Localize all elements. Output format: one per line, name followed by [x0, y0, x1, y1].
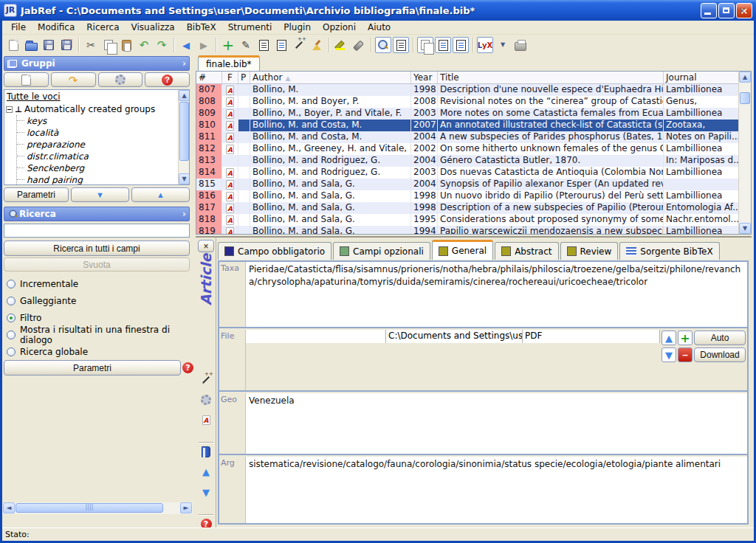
cleanup-icon[interactable]	[309, 37, 325, 53]
minimize-button[interactable]	[701, 3, 717, 18]
copy-icon[interactable]	[100, 37, 117, 53]
group-root[interactable]: ⊥ Automatically created groups	[6, 103, 177, 115]
wand-icon[interactable]	[291, 37, 307, 53]
collapse-icon[interactable]	[6, 106, 13, 113]
move-down-button[interactable]: ▼	[71, 187, 129, 202]
search-settings-button[interactable]: Parametri	[4, 360, 181, 376]
scroll-thumb[interactable]	[740, 92, 750, 104]
open-icon[interactable]	[23, 37, 39, 53]
table-row-811[interactable]: 811ABollino, M. and Costa, M.2004A new s…	[196, 131, 738, 143]
edit-strings-icon[interactable]	[273, 37, 289, 53]
paste-icon[interactable]	[118, 37, 134, 53]
file-type-cell[interactable]: PDF	[523, 330, 660, 343]
table-scrollbar[interactable]: ▲ ▼	[738, 72, 751, 234]
dropdown-icon[interactable]: ▼	[495, 37, 511, 53]
forward-icon[interactable]: ▶	[196, 37, 212, 53]
save-as-icon[interactable]	[58, 37, 75, 53]
radio-incrementale[interactable]: Incrementale	[7, 275, 193, 292]
scroll-down-icon[interactable]: ▼	[179, 173, 190, 184]
column-header-f[interactable]: F	[222, 72, 238, 83]
file-add-button[interactable]: +	[678, 331, 693, 345]
groups-settings-button[interactable]	[98, 72, 143, 87]
taxa-field-value[interactable]: Pieridae/Catasticta/flisa/sisamnus/prion…	[246, 262, 747, 327]
menu-plugin[interactable]: Plugin	[278, 21, 317, 34]
table-row-815[interactable]: 815ABollino, M. and Sala, G.2004Synopsis…	[196, 179, 738, 190]
save-icon[interactable]	[41, 37, 57, 53]
menu-visualizza[interactable]: Visualizza	[126, 21, 181, 34]
file-remove-button[interactable]: −	[678, 347, 693, 362]
column-header-p[interactable]: P	[238, 72, 250, 83]
table-row-812[interactable]: 812ABollino, M., Greeney, H. and Vitale,…	[196, 143, 738, 155]
import-icon[interactable]	[453, 37, 469, 53]
search-help-icon[interactable]: ?	[182, 362, 193, 373]
eraser-icon[interactable]	[351, 37, 367, 53]
tab-campo-obbligatorio[interactable]: Campo obbligatorio	[218, 242, 331, 260]
column-header-title[interactable]: Title	[438, 72, 664, 83]
pdf-icon[interactable]: A	[196, 415, 216, 425]
groups-help-button[interactable]: ?	[145, 72, 190, 87]
search-all-fields-button[interactable]: Ricerca in tutti i campi	[4, 241, 190, 256]
file-auto-button[interactable]: Auto	[694, 331, 746, 345]
copy-cite-icon[interactable]	[417, 37, 433, 53]
search-icon[interactable]	[375, 37, 391, 53]
table-row-810[interactable]: 810ABollino, M. and Costa, M.2007An anno…	[196, 120, 738, 131]
clear-search-button[interactable]: Svuota	[4, 257, 190, 272]
scroll-down-icon[interactable]: ▼	[739, 223, 751, 234]
group-item-localit-[interactable]: località	[17, 127, 177, 139]
column-header-author[interactable]: Author▲	[250, 72, 411, 83]
print-icon[interactable]	[512, 37, 529, 53]
chevron-right-icon[interactable]: ›	[182, 58, 186, 69]
move-up-button[interactable]: ▲	[131, 187, 190, 202]
tab-general[interactable]: General	[432, 240, 493, 260]
menu-modifica[interactable]: Modifica	[32, 21, 80, 34]
menu-opzioni[interactable]: Opzioni	[317, 21, 362, 34]
highlighter-icon[interactable]	[333, 37, 349, 53]
group-all-entries[interactable]: Tutte le voci	[6, 91, 177, 103]
new-icon[interactable]	[5, 37, 21, 53]
file-move-down-button[interactable]: ▼	[662, 347, 676, 362]
column-header-journal[interactable]: Journal	[664, 72, 742, 83]
scroll-thumb[interactable]	[16, 503, 163, 513]
scroll-left-icon[interactable]: ◄	[3, 502, 15, 513]
groups-scrollbar[interactable]: ▲ ▼	[178, 90, 189, 184]
group-item-senckenberg[interactable]: Senckenberg	[17, 162, 177, 174]
file-path-cell[interactable]: C:\Documents and Settings\user\Do...	[386, 330, 523, 343]
scroll-right-icon[interactable]: ►	[180, 502, 192, 513]
sidebar-horizontal-scrollbar[interactable]: ◄ ►	[2, 502, 193, 514]
group-item-distr-climatica[interactable]: distr.climatica	[17, 151, 177, 162]
table-row-816[interactable]: 816ABollino, M. and Sala, G.1998Un nuovo…	[196, 190, 738, 202]
preview-icon[interactable]	[393, 37, 409, 53]
database-tab[interactable]: finale.bib*	[198, 55, 260, 71]
menu-file[interactable]: File	[5, 21, 32, 34]
file-download-button[interactable]: Download	[694, 347, 746, 362]
group-item-keys[interactable]: keys	[17, 115, 177, 127]
close-entry-editor-button[interactable]: ×	[198, 240, 214, 252]
tab-abstract[interactable]: Abstract	[495, 242, 558, 260]
file-move-up-button[interactable]: ▲	[662, 331, 676, 345]
file-description-cell[interactable]	[246, 330, 386, 343]
menu-bibtex[interactable]: BibTeX	[181, 21, 222, 34]
book-icon[interactable]	[196, 446, 216, 457]
table-row-813[interactable]: 813Bollino, M. and Rodriguez, G.2004Géne…	[196, 155, 738, 167]
search-input[interactable]	[4, 224, 190, 238]
radio-mostra[interactable]: Mostra i risultati in una finestra di di…	[7, 326, 193, 343]
cut-icon[interactable]: ✂	[83, 37, 99, 53]
table-row-808[interactable]: 808ABollino, M. and Boyer, P.2008Revisio…	[196, 96, 738, 108]
menu-ricerca[interactable]: Ricerca	[80, 21, 125, 34]
table-row-817[interactable]: 817ABollino, M. and Sala, G.1998Descript…	[196, 202, 738, 214]
menu-aiuto[interactable]: Aiuto	[362, 21, 396, 34]
edit-preamble-icon[interactable]	[255, 37, 272, 53]
redo-icon[interactable]: ↷	[154, 37, 170, 53]
undo-icon[interactable]: ↶	[136, 37, 152, 53]
groups-undo-group-button[interactable]: ↷	[51, 72, 96, 87]
arg-field-value[interactable]: sistematica/revisione/catalogo/fauna/cor…	[246, 457, 747, 523]
restore-button[interactable]	[718, 3, 735, 18]
back-icon[interactable]: ◀	[178, 37, 194, 53]
group-item-preparazione[interactable]: preparazione	[17, 139, 177, 151]
tab-review[interactable]: Review	[560, 242, 619, 260]
edit-entry-icon[interactable]: ✎	[238, 37, 254, 53]
table-row-809[interactable]: 809ABollino, M., Boyer, P. and Vitale, F…	[196, 108, 738, 120]
groups-settings-button[interactable]: Parametri	[4, 187, 69, 202]
table-row-814[interactable]: 814ABollino, M. and Rodriguez, G.2003Dos…	[196, 167, 738, 179]
column-header-year[interactable]: Year	[411, 72, 438, 83]
